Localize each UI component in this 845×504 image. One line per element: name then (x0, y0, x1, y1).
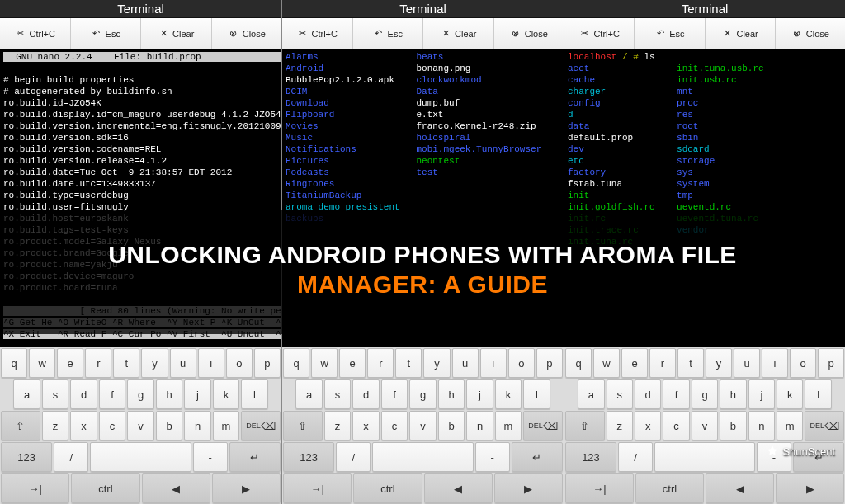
key-ctrl[interactable]: ctrl (71, 473, 139, 503)
key-space[interactable] (654, 442, 755, 472)
key-123[interactable]: 123 (283, 442, 334, 472)
cut-button[interactable]: ✂Ctrl+C (0, 18, 71, 49)
key-p[interactable]: p (254, 348, 281, 378)
key-d[interactable]: d (635, 379, 661, 409)
key-b[interactable]: b (156, 411, 183, 440)
key-key[interactable]: - (475, 442, 510, 472)
close-button[interactable]: ⊗Close (212, 18, 282, 49)
key-key[interactable]: ⇧ (1, 411, 40, 440)
key-h[interactable]: h (438, 379, 465, 409)
key-k[interactable]: k (213, 379, 240, 409)
key-o[interactable]: o (508, 348, 535, 378)
key-c[interactable]: c (381, 411, 408, 440)
key-key[interactable]: ↵ (229, 442, 281, 472)
key-f[interactable]: f (663, 379, 689, 409)
key-w[interactable]: w (311, 348, 338, 378)
key-key[interactable]: ↵ (512, 442, 563, 472)
key-u[interactable]: u (734, 348, 760, 378)
key-i[interactable]: i (762, 348, 788, 378)
key-i[interactable]: i (480, 348, 507, 378)
key-smalldelsmall[interactable]: DEL ⌫ (241, 411, 281, 440)
key-s[interactable]: s (324, 379, 352, 409)
key-q[interactable]: q (283, 348, 309, 378)
close-button[interactable]: ⊗Close (776, 18, 845, 49)
key-e[interactable]: e (57, 348, 83, 378)
key-a[interactable]: a (13, 379, 40, 409)
key-b[interactable]: b (720, 411, 746, 440)
key-ctrl[interactable]: ctrl (353, 473, 422, 503)
clear-button[interactable]: ✕Clear (141, 18, 212, 49)
key-k[interactable]: k (777, 379, 803, 409)
key-m[interactable]: m (213, 411, 240, 440)
key-smalldelsmall[interactable]: DEL ⌫ (805, 411, 844, 440)
key-key[interactable]: - (193, 442, 228, 472)
cut-button[interactable]: ✂Ctrl+C (564, 18, 635, 49)
key-f[interactable]: f (99, 379, 126, 409)
key-l[interactable]: l (241, 379, 268, 409)
key-y[interactable]: y (706, 348, 732, 378)
key-m[interactable]: m (777, 411, 803, 440)
key-key[interactable]: ▶ (212, 473, 281, 503)
key-key[interactable]: →| (1, 473, 69, 503)
key-k[interactable]: k (495, 379, 522, 409)
key-t[interactable]: t (395, 348, 422, 378)
key-y[interactable]: y (423, 348, 450, 378)
key-u[interactable]: u (452, 348, 479, 378)
key-l[interactable]: l (805, 379, 831, 409)
key-j[interactable]: j (466, 379, 493, 409)
key-key[interactable]: / (618, 442, 653, 472)
clear-button[interactable]: ✕Clear (706, 18, 776, 49)
key-o[interactable]: o (226, 348, 253, 378)
key-s[interactable]: s (42, 379, 69, 409)
key-h[interactable]: h (720, 379, 746, 409)
key-space[interactable] (90, 442, 191, 472)
key-g[interactable]: g (127, 379, 154, 409)
key-x[interactable]: x (352, 411, 380, 440)
key-key[interactable]: ⇧ (565, 411, 605, 440)
key-w[interactable]: w (593, 348, 620, 378)
key-v[interactable]: v (692, 411, 718, 440)
key-g[interactable]: g (409, 379, 437, 409)
key-key[interactable]: / (336, 442, 371, 472)
key-y[interactable]: y (141, 348, 168, 378)
esc-button[interactable]: ↶Esc (353, 18, 424, 49)
key-123[interactable]: 123 (1, 442, 52, 472)
key-key[interactable]: ◀ (424, 473, 493, 503)
cut-button[interactable]: ✂Ctrl+C (282, 18, 353, 49)
key-ctrl[interactable]: ctrl (635, 473, 704, 503)
key-l[interactable]: l (523, 379, 550, 409)
key-q[interactable]: q (1, 348, 27, 378)
esc-button[interactable]: ↶Esc (635, 18, 705, 49)
key-w[interactable]: w (29, 348, 55, 378)
key-key[interactable]: →| (565, 473, 634, 503)
key-o[interactable]: o (790, 348, 816, 378)
key-p[interactable]: p (536, 348, 563, 378)
key-key[interactable]: / (54, 442, 88, 472)
key-e[interactable]: e (339, 348, 366, 378)
key-f[interactable]: f (381, 379, 408, 409)
key-j[interactable]: j (184, 379, 211, 409)
key-j[interactable]: j (748, 379, 775, 409)
key-t[interactable]: t (677, 348, 704, 378)
key-key[interactable]: ▶ (776, 473, 844, 503)
key-key[interactable]: ◀ (142, 473, 210, 503)
key-space[interactable] (372, 442, 473, 472)
key-n[interactable]: n (748, 411, 775, 440)
key-p[interactable]: p (818, 348, 844, 378)
key-i[interactable]: i (198, 348, 224, 378)
key-q[interactable]: q (565, 348, 592, 378)
key-key[interactable]: ▶ (494, 473, 563, 503)
key-t[interactable]: t (113, 348, 139, 378)
key-c[interactable]: c (99, 411, 126, 440)
key-z[interactable]: z (324, 411, 352, 440)
key-v[interactable]: v (127, 411, 154, 440)
close-button[interactable]: ⊗Close (494, 18, 564, 49)
key-key[interactable]: →| (283, 473, 352, 503)
key-d[interactable]: d (70, 379, 97, 409)
key-smalldelsmall[interactable]: DEL ⌫ (523, 411, 563, 440)
key-d[interactable]: d (352, 379, 380, 409)
key-b[interactable]: b (438, 411, 465, 440)
key-m[interactable]: m (495, 411, 522, 440)
key-z[interactable]: z (607, 411, 633, 440)
key-123[interactable]: 123 (565, 442, 616, 472)
